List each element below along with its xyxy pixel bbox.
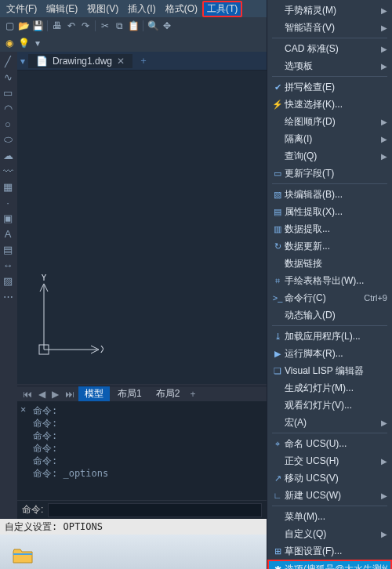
menu-工具(T)[interactable]: 工具(T) (202, 1, 242, 17)
text-tool-icon[interactable]: A (2, 227, 14, 240)
polyline-tool-icon[interactable]: ∿ (2, 71, 14, 83)
folder-icon[interactable] (13, 547, 33, 564)
menu-item[interactable]: ⌗手绘表格导出(W)... (267, 272, 392, 289)
blank-icon (270, 115, 285, 128)
menu-item[interactable]: ⌖命名 UCS(U)... (267, 435, 392, 452)
open-icon[interactable]: 📂 (17, 20, 30, 32)
save-icon[interactable]: 💾 (31, 20, 44, 32)
block-tool-icon[interactable]: ▣ (2, 212, 14, 224)
separator (95, 20, 96, 31)
command-input-row: 命令: (17, 500, 267, 519)
menu-item[interactable]: ↻数据更新... (267, 237, 392, 255)
menu-item[interactable]: 隔离(I)▶ (267, 130, 392, 147)
menu-item[interactable]: ▶运行脚本(R)... (267, 345, 392, 362)
command-input[interactable] (48, 503, 262, 517)
drawing-canvas[interactable]: Y X (17, 71, 267, 384)
layout-nav-button[interactable]: ▶ (49, 389, 61, 400)
menu-item-label: 宏(A) (285, 416, 378, 429)
menu-item-label: 手绘表格导出(W)... (285, 274, 387, 288)
arc-tool-icon[interactable]: ◠ (2, 102, 14, 114)
layer-icon[interactable]: ◉ (3, 37, 16, 49)
menu-item[interactable]: 智能语音(V)▶ (267, 19, 392, 36)
pan-icon[interactable]: ✥ (161, 20, 173, 32)
menu-item[interactable]: ▭更新字段(T) (267, 165, 392, 182)
menu-item-label: 菜单(M)... (285, 510, 387, 524)
ellipse-tool-icon[interactable]: ⬭ (2, 133, 14, 146)
circle-tool-icon[interactable]: ○ (2, 118, 14, 130)
bulb-icon[interactable]: 💡 (17, 37, 30, 49)
menu-item[interactable]: ↗移动 UCS(V) (267, 469, 392, 487)
more-tool-icon[interactable]: ⋯ (2, 290, 14, 303)
cut-icon[interactable]: ✂ (99, 20, 111, 32)
menu-item-label: 隔离(I) (285, 132, 378, 146)
menu-item[interactable]: ▥数据提取... (267, 220, 392, 237)
redo-icon[interactable]: ↷ (79, 20, 92, 32)
hatch-tool-icon[interactable]: ▦ (2, 180, 14, 193)
dim-tool-icon[interactable]: ↔ (2, 259, 14, 271)
menu-文件(F)[interactable]: 文件(F) (2, 1, 42, 17)
menu-item[interactable]: ⤓加载应用程序(L)... (267, 328, 392, 345)
line-tool-icon[interactable]: ╱ (2, 55, 14, 67)
layout-nav-button[interactable]: ◀ (36, 389, 48, 400)
menu-item[interactable]: ▤属性提取(X)... (267, 203, 392, 220)
close-history-icon[interactable]: ✕ (20, 403, 26, 415)
table-tool-icon[interactable]: ▤ (2, 243, 14, 256)
menu-item[interactable]: ✔拼写检查(E) (267, 78, 392, 96)
copy-icon[interactable]: ⧉ (113, 20, 125, 32)
menu-item[interactable]: 数据链接 (267, 255, 392, 272)
dropdown-icon[interactable]: ▾ (31, 37, 44, 49)
menu-编辑(E)[interactable]: 编辑(E) (42, 1, 82, 17)
menu-格式(O)[interactable]: 格式(O) (161, 1, 202, 17)
print-icon[interactable]: 🖶 (51, 20, 64, 32)
menu-item[interactable]: 正交 UCS(H)▶ (267, 452, 392, 469)
document-tab[interactable]: 📄 Drawing1.dwg ✕ (28, 54, 132, 68)
rect-tool-icon[interactable]: ▭ (2, 86, 14, 99)
submenu-arrow-icon: ▶ (381, 152, 387, 161)
paste-icon[interactable]: 📋 (127, 20, 140, 32)
region-tool-icon[interactable]: ▨ (2, 274, 14, 287)
menu-item[interactable]: ❏Visual LISP 编辑器 (267, 362, 392, 379)
✔-icon: ✔ (270, 81, 285, 93)
menu-item[interactable]: 菜单(M)... (267, 508, 392, 525)
menu-item[interactable]: 动态输入(D) (267, 306, 392, 324)
cloud-tool-icon[interactable]: ☁ (2, 149, 14, 161)
menu-item[interactable]: ▧块编辑器(B)... (267, 186, 392, 203)
menu-插入(I)[interactable]: 插入(I) (123, 1, 160, 17)
status-bar: 自定义设置: OPTIONS (0, 519, 267, 535)
menu-item[interactable]: 选项板▶ (267, 57, 392, 74)
layout-tab[interactable]: 模型 (78, 386, 110, 401)
close-icon[interactable]: ✕ (117, 56, 125, 67)
layout-add-button[interactable]: + (187, 389, 198, 400)
menu-视图(V)[interactable]: 视图(V) (82, 1, 123, 17)
layout-nav-button[interactable]: ⏮ (20, 389, 34, 400)
command-history-line: 命令: (33, 404, 262, 417)
menu-item[interactable]: 宏(A)▶ (267, 414, 392, 431)
menu-item[interactable]: 自定义(Q)▶ (267, 525, 392, 542)
layout-tab[interactable]: 布局2 (150, 386, 187, 401)
blank-icon (270, 416, 285, 429)
menu-item[interactable]: 观看幻灯片(V)... (267, 397, 392, 414)
menu-item[interactable]: 手势精灵(M)▶ (267, 2, 392, 19)
zoom-icon[interactable]: 🔍 (147, 20, 159, 32)
menu-item[interactable]: ✱选项(搜狐号@大水牛测绘 (267, 560, 392, 569)
↗-icon: ↗ (270, 472, 285, 484)
layout-tab[interactable]: 布局1 (111, 386, 148, 401)
new-tab-button[interactable]: ＋ (139, 54, 148, 67)
menu-item-label: 草图设置(F)... (285, 545, 387, 558)
blank-icon (270, 382, 285, 394)
undo-icon[interactable]: ↶ (65, 20, 78, 32)
menu-item[interactable]: CAD 标准(S)▶ (267, 40, 392, 57)
menu-item[interactable]: ⊞草图设置(F)... (267, 542, 392, 560)
layout-nav-button[interactable]: ⏭ (63, 389, 77, 400)
chevron-down-icon[interactable]: ▾ (20, 56, 25, 67)
menu-item-label: 加载应用程序(L)... (285, 330, 387, 343)
menu-item[interactable]: >_命令行(C)Ctrl+9 (267, 289, 392, 306)
new-icon[interactable]: ▢ (3, 20, 16, 32)
menu-item[interactable]: ⚡快速选择(K)... (267, 96, 392, 113)
spline-tool-icon[interactable]: 〰 (2, 165, 14, 177)
point-tool-icon[interactable]: · (2, 196, 14, 208)
menu-item[interactable]: ∟新建 UCS(W)▶ (267, 487, 392, 504)
menu-item[interactable]: 查询(Q)▶ (267, 147, 392, 165)
menu-item[interactable]: 绘图顺序(D)▶ (267, 113, 392, 130)
menu-item[interactable]: 生成幻灯片(M)... (267, 379, 392, 397)
